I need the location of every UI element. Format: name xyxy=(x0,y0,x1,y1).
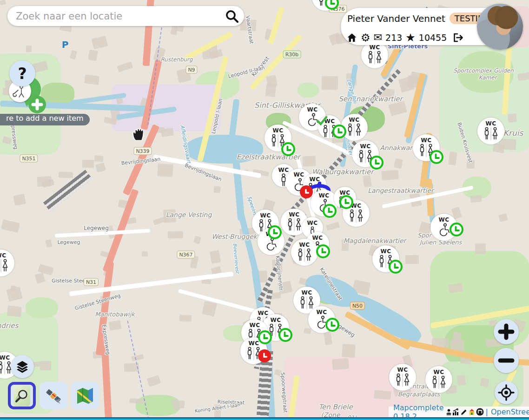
map-building xyxy=(405,255,419,264)
settings-gear-icon[interactable]: ⚙ xyxy=(361,33,370,43)
map-road xyxy=(268,7,285,45)
opening-hours-open-badge xyxy=(430,150,443,164)
road-ref-badge: N31 xyxy=(84,278,99,286)
wc-label: WC xyxy=(301,290,312,295)
search-button[interactable] xyxy=(220,6,244,26)
background-osm-button[interactable] xyxy=(8,382,36,409)
map-building xyxy=(326,222,340,230)
map-building xyxy=(92,36,108,49)
user-avatar[interactable] xyxy=(477,4,523,50)
map-building xyxy=(35,273,46,284)
men-women-pictogram xyxy=(394,373,411,387)
map-building xyxy=(161,128,174,137)
wc-label: WC xyxy=(438,217,449,223)
map-building xyxy=(342,344,356,358)
map-building xyxy=(274,369,282,376)
zoom-in-button[interactable] xyxy=(494,319,519,344)
men-women-pictogram xyxy=(366,51,383,65)
wc-label: WC xyxy=(316,309,327,315)
map-building xyxy=(88,50,98,61)
road-ref-badge: N351 xyxy=(20,155,38,163)
road-ref-badge: N50 xyxy=(350,302,365,310)
wc-label: WC xyxy=(369,45,380,50)
map-building xyxy=(457,375,466,386)
messages-envelope-icon[interactable]: ✉ xyxy=(374,33,382,43)
background-layer-switcher xyxy=(8,382,99,409)
map-building xyxy=(210,250,221,263)
satellite-icon xyxy=(44,386,63,406)
openstreetmap-link[interactable]: OpenStreetMap xyxy=(491,407,529,416)
zoom-out-button[interactable] xyxy=(494,348,519,373)
help-button[interactable]: ? xyxy=(9,60,35,86)
wc-label: WC xyxy=(0,253,7,258)
map-label: Gistelse Steenweg xyxy=(74,293,121,312)
map-building xyxy=(418,221,432,236)
road-ref-badge: R30b xyxy=(283,51,301,59)
wc-label: WC xyxy=(272,128,283,133)
edit-pencil-icon[interactable] xyxy=(460,408,468,416)
map-building xyxy=(84,74,99,85)
map-building xyxy=(342,239,349,251)
map-building xyxy=(95,163,106,172)
toilet-marker-mw[interactable]: WC xyxy=(361,41,388,68)
search-bar xyxy=(7,6,244,26)
layers-button[interactable] xyxy=(11,355,34,378)
home-icon[interactable] xyxy=(346,32,357,43)
wc-label: WC xyxy=(299,242,310,248)
map-building xyxy=(213,186,220,193)
map-building xyxy=(303,156,316,167)
parking-label: P xyxy=(60,39,71,50)
changesets-count: 10455 xyxy=(419,33,447,43)
theme-logo-icon[interactable] xyxy=(468,408,476,416)
map-building xyxy=(470,195,482,203)
plus-icon xyxy=(31,98,43,111)
map-building xyxy=(374,390,391,400)
men-women-pictogram xyxy=(430,375,447,389)
search-input[interactable] xyxy=(7,10,220,22)
verified-check-badge xyxy=(317,116,328,127)
map-building xyxy=(131,354,144,361)
opening-hours-open-badge xyxy=(268,225,282,239)
opening-hours-open-badge xyxy=(339,195,353,209)
map-building xyxy=(499,213,508,222)
star-icon: ★ xyxy=(405,32,416,43)
contributors-icon[interactable] xyxy=(446,408,452,416)
map-building xyxy=(37,176,52,187)
toilet-marker-mw[interactable]: WC xyxy=(477,118,504,144)
bottom-accent-bar xyxy=(0,417,529,420)
background-map-button[interactable] xyxy=(71,382,99,409)
logout-icon[interactable] xyxy=(452,32,464,43)
crosshair-icon xyxy=(497,384,515,401)
map-building xyxy=(117,61,133,72)
opening-hours-open-badge xyxy=(370,156,384,170)
road-ref-badge: N339 xyxy=(133,147,152,155)
map-building xyxy=(70,50,77,59)
attribution-bar: Mapcomplete 0.18.2 xyxy=(389,407,529,417)
map-building xyxy=(45,239,52,248)
map-label: Legeweg xyxy=(57,239,80,245)
toilet-marker-mw[interactable]: WC xyxy=(425,366,452,393)
mastodon-icon[interactable] xyxy=(476,408,484,416)
toilet-marker-mw[interactable]: WC xyxy=(389,364,416,391)
background-satellite-button[interactable] xyxy=(40,382,67,409)
road-ref-badge: N367 xyxy=(177,251,195,259)
toilet-marker-mw[interactable]: WC xyxy=(0,249,14,276)
geolocate-button[interactable] xyxy=(495,381,518,404)
add-item-plus-button[interactable] xyxy=(28,96,46,113)
map-building xyxy=(130,398,145,403)
statistics-chart-icon[interactable] xyxy=(452,408,460,416)
map-water xyxy=(185,135,263,164)
map-landuse xyxy=(41,83,74,105)
map-building xyxy=(498,138,516,150)
map-building xyxy=(332,358,349,370)
map-building xyxy=(508,113,517,123)
men-women-pictogram xyxy=(298,296,315,310)
wc-label: WC xyxy=(318,193,329,198)
wc-label: WC xyxy=(249,322,260,328)
add-item-tooltip: re to add a new item xyxy=(0,114,90,125)
wc-label: WC xyxy=(270,317,281,323)
wc-label: WC xyxy=(0,355,10,361)
wc-label: WC xyxy=(397,367,408,373)
toilet-marker-mw[interactable]: WC xyxy=(291,239,318,266)
map-building xyxy=(0,0,6,6)
